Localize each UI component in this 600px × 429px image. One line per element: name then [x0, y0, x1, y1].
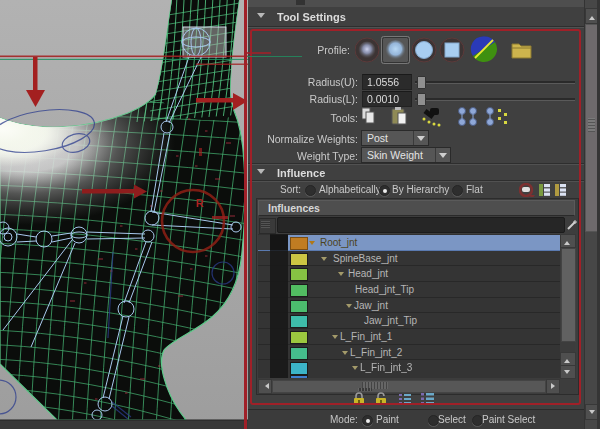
svg-text:R: R [196, 197, 204, 209]
